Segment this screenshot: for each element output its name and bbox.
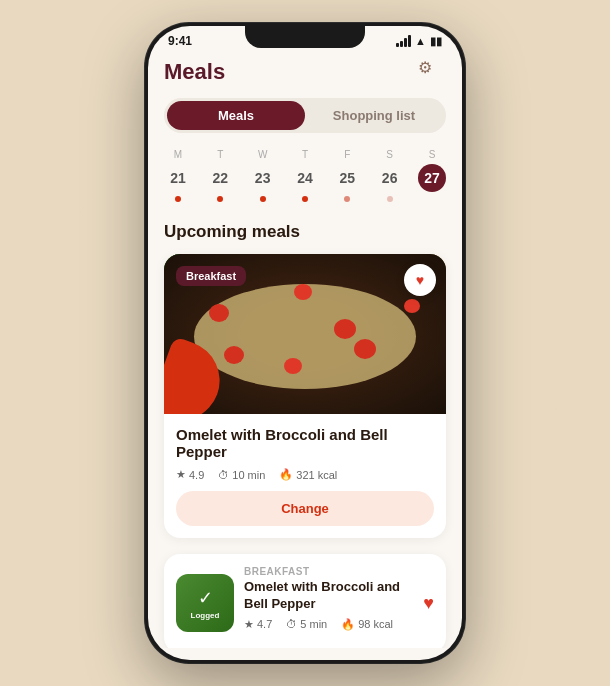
meal-details: Omelet with Broccoli and Bell Pepper ★ 4…: [164, 414, 446, 538]
cal-dot-sun: [429, 196, 435, 202]
clock-icon: ⏱: [218, 469, 229, 481]
favorite-button[interactable]: ♥: [404, 264, 436, 296]
status-time: 9:41: [168, 34, 192, 48]
cal-label-wed: W: [258, 149, 267, 160]
rating-value: 4.9: [189, 469, 204, 481]
meal-time: ⏱ 10 min: [218, 469, 265, 481]
logged-meal-name: Omelet with Broccoli and Bell Pepper: [244, 579, 413, 613]
cal-day-thu[interactable]: T 24: [291, 149, 319, 202]
calories-value: 321 kcal: [296, 469, 337, 481]
cal-label-tue: T: [217, 149, 223, 160]
logged-calories: 🔥 98 kcal: [341, 618, 393, 631]
tomato-2: [294, 284, 312, 300]
main-meal-card: Breakfast ♥ Omelet with Broccoli and Bel…: [164, 254, 446, 538]
logged-category: BREAKFAST: [244, 566, 413, 577]
logged-time-value: 5 min: [300, 618, 327, 630]
logged-thumbnail: ✓ Logged: [176, 574, 234, 632]
heart-icon: ♥: [416, 272, 424, 288]
flame-icon-2: 🔥: [341, 618, 355, 631]
logged-meal-info: BREAKFAST Omelet with Broccoli and Bell …: [244, 566, 413, 641]
cal-dot-tue: [217, 196, 223, 202]
meal-image: Breakfast ♥: [164, 254, 446, 414]
calendar-row: M 21 T 22 W 23 T: [164, 149, 446, 202]
cal-day-wed[interactable]: W 23: [249, 149, 277, 202]
logged-meal-card: ✓ Logged BREAKFAST Omelet with Broccoli …: [164, 554, 446, 648]
cal-dot-sat: [387, 196, 393, 202]
cal-label-thu: T: [302, 149, 308, 160]
cal-num-fri: 25: [333, 164, 361, 192]
logged-time: ⏱ 5 min: [286, 618, 327, 630]
notch: [245, 26, 365, 48]
cal-dot-fri: [344, 196, 350, 202]
tomato-6: [284, 358, 302, 374]
status-icons: ▲ ▮▮: [396, 35, 442, 48]
screen-content: Meals ⚙ Meals Shopping list M 21: [148, 50, 462, 648]
cal-num-sat: 26: [376, 164, 404, 192]
cal-day-tue[interactable]: T 22: [206, 149, 234, 202]
cal-label-fri: F: [344, 149, 350, 160]
settings-icon[interactable]: ⚙: [418, 58, 446, 86]
star-icon-2: ★: [244, 618, 254, 631]
star-icon: ★: [176, 468, 186, 481]
tomato-7: [354, 339, 376, 359]
check-icon: ✓: [198, 587, 213, 609]
logged-label: Logged: [191, 611, 220, 620]
meal-badge: Breakfast: [176, 266, 246, 286]
cal-label-sat: S: [386, 149, 393, 160]
cal-num-mon: 21: [164, 164, 192, 192]
meal-meta-row: ★ 4.9 ⏱ 10 min 🔥 321 kcal: [176, 468, 434, 481]
logged-rating-value: 4.7: [257, 618, 272, 630]
cal-label-sun: S: [429, 149, 436, 160]
cal-day-fri[interactable]: F 25: [333, 149, 361, 202]
phone-frame: 9:41 ▲ ▮▮ Meals ⚙: [145, 23, 465, 663]
cal-label-mon: M: [174, 149, 182, 160]
meal-calories: 🔥 321 kcal: [279, 468, 337, 481]
logged-meta-row: ★ 4.7 ⏱ 5 min 🔥 98 kcal: [244, 618, 413, 631]
cal-num-sun: 27: [418, 164, 446, 192]
cal-num-thu: 24: [291, 164, 319, 192]
tomato-3: [334, 319, 356, 339]
phone-screen: 9:41 ▲ ▮▮ Meals ⚙: [148, 26, 462, 660]
flame-icon: 🔥: [279, 468, 293, 481]
battery-icon: ▮▮: [430, 35, 442, 48]
page-title: Meals: [164, 59, 225, 85]
upcoming-meals-heading: Upcoming meals: [164, 222, 446, 242]
meal-title: Omelet with Broccoli and Bell Pepper: [176, 426, 434, 460]
signal-icon: [396, 35, 411, 47]
tomato-1: [209, 304, 229, 322]
cal-dot-wed: [260, 196, 266, 202]
tab-shopping[interactable]: Shopping list: [305, 101, 443, 130]
logged-rating: ★ 4.7: [244, 618, 272, 631]
logged-calories-value: 98 kcal: [358, 618, 393, 630]
tab-switcher: Meals Shopping list: [164, 98, 446, 133]
cal-day-sun[interactable]: S 27: [418, 149, 446, 202]
clock-icon-2: ⏱: [286, 618, 297, 630]
cal-dot-thu: [302, 196, 308, 202]
header: Meals ⚙: [164, 50, 446, 98]
tab-meals[interactable]: Meals: [167, 101, 305, 130]
cal-num-tue: 22: [206, 164, 234, 192]
time-value: 10 min: [232, 469, 265, 481]
change-button[interactable]: Change: [176, 491, 434, 526]
cal-day-mon[interactable]: M 21: [164, 149, 192, 202]
logged-favorite-button[interactable]: ♥: [423, 593, 434, 614]
tomato-5: [224, 346, 244, 364]
cal-dot-mon: [175, 196, 181, 202]
meal-rating: ★ 4.9: [176, 468, 204, 481]
tomato-4: [404, 299, 420, 313]
wifi-icon: ▲: [415, 35, 426, 47]
cal-day-sat[interactable]: S 26: [376, 149, 404, 202]
cal-num-wed: 23: [249, 164, 277, 192]
